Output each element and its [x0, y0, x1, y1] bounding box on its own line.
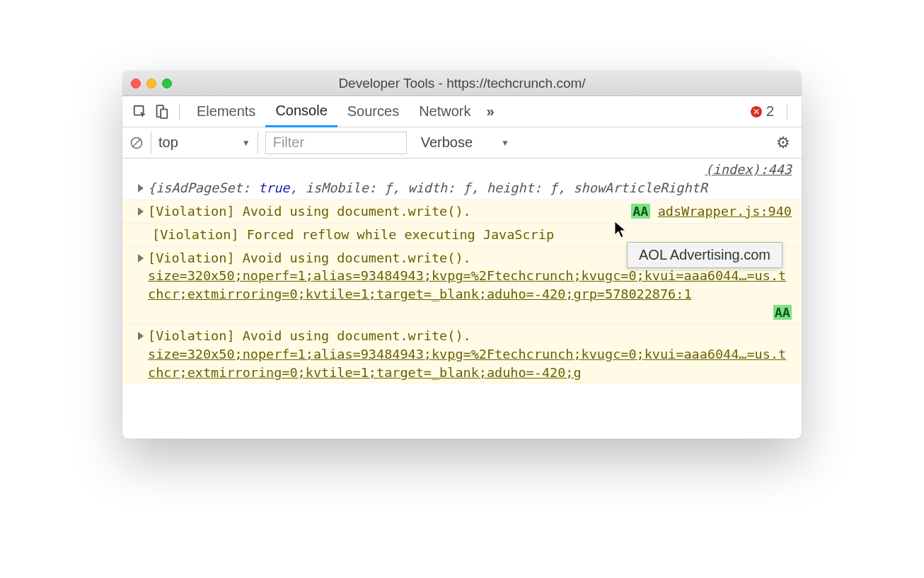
- device-toggle-icon[interactable]: [151, 101, 172, 122]
- context-selector[interactable]: top ▼: [151, 132, 258, 154]
- disclosure-triangle-icon[interactable]: [138, 332, 144, 340]
- source-link[interactable]: size=320x50;noperf=1;alias=93484943;kvpg…: [148, 268, 786, 301]
- clear-console-icon[interactable]: [129, 136, 144, 150]
- source-link[interactable]: adsWrapper.js:940: [658, 204, 792, 219]
- disclosure-triangle-icon[interactable]: [138, 184, 144, 192]
- console-message: [Violation] Avoid using document.write()…: [148, 202, 620, 221]
- error-count[interactable]: ✕ 2: [751, 103, 774, 120]
- filter-input[interactable]: Filter: [265, 132, 407, 154]
- console-message: [Violation] Avoid using document.write()…: [148, 327, 792, 345]
- svg-rect-2: [161, 109, 167, 118]
- console-toolbar: top ▼ Filter Verbose ▼ ⚙: [122, 127, 802, 158]
- console-message: {isAdPageSet: true, isMobile: ƒ, width: …: [148, 179, 792, 197]
- disclosure-triangle-icon[interactable]: [138, 207, 144, 216]
- svg-line-4: [133, 139, 140, 146]
- divider: [787, 103, 787, 120]
- console-row[interactable]: [Violation] Avoid using document.write()…: [122, 325, 802, 384]
- tab-network[interactable]: Network: [409, 96, 480, 127]
- tabs-more-icon[interactable]: »: [481, 103, 500, 120]
- devtools-window: Developer Tools - https://techcrunch.com…: [122, 71, 802, 439]
- titlebar: Developer Tools - https://techcrunch.com…: [122, 71, 802, 96]
- tab-console[interactable]: Console: [265, 97, 337, 127]
- tab-sources[interactable]: Sources: [337, 96, 409, 127]
- chevron-down-icon: ▼: [501, 138, 509, 148]
- filter-placeholder: Filter: [273, 134, 304, 151]
- log-level-selector[interactable]: Verbose ▼: [414, 134, 516, 151]
- console-row[interactable]: [Violation] Avoid using document.write()…: [122, 200, 802, 224]
- gear-icon[interactable]: ⚙: [776, 134, 790, 152]
- source-link[interactable]: (index):443: [705, 162, 792, 177]
- inspect-icon[interactable]: [129, 101, 151, 122]
- console-row[interactable]: (index):443 {isAdPageSet: true, isMobile…: [122, 158, 802, 200]
- tabs-bar: Elements Console Sources Network » ✕ 2: [122, 96, 802, 127]
- tooltip-text: AOL Advertising.com: [639, 247, 770, 262]
- context-value: top: [158, 134, 178, 151]
- attribution-badge[interactable]: AA: [773, 305, 792, 320]
- tooltip: AOL Advertising.com: [627, 242, 782, 268]
- disclosure-triangle-icon[interactable]: [138, 254, 144, 262]
- source-link[interactable]: size=320x50;noperf=1;alias=93484943;kvpg…: [148, 347, 786, 380]
- attribution-badge[interactable]: AA: [631, 204, 649, 219]
- chevron-down-icon: ▼: [242, 138, 250, 148]
- error-count-value: 2: [766, 103, 774, 120]
- divider: [179, 103, 180, 120]
- console-message: [Violation] Forced reflow while executin…: [152, 226, 792, 244]
- tab-elements[interactable]: Elements: [187, 96, 265, 127]
- error-icon: ✕: [751, 106, 762, 117]
- console-output: (index):443 {isAdPageSet: true, isMobile…: [122, 158, 802, 439]
- log-level-value: Verbose: [421, 134, 473, 151]
- window-title: Developer Tools - https://techcrunch.com…: [122, 76, 802, 91]
